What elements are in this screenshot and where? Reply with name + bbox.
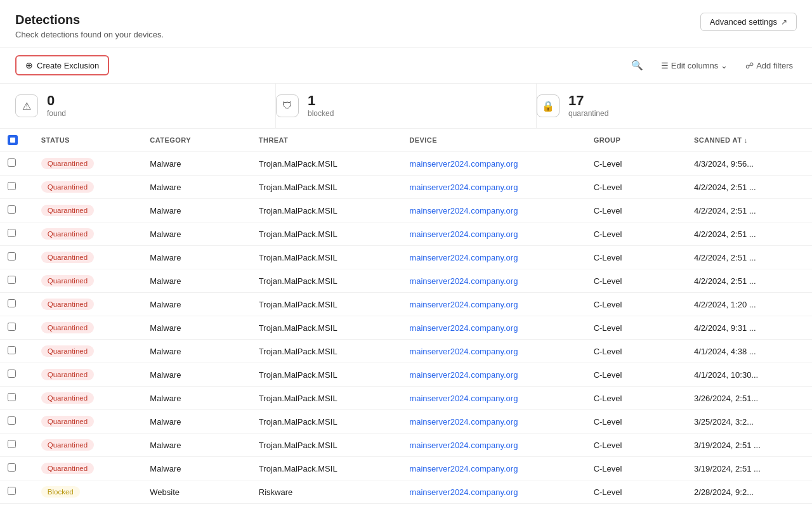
row-checkbox[interactable]	[8, 205, 16, 214]
row-checkbox[interactable]	[8, 323, 16, 331]
row-category-cell: Malware	[142, 222, 251, 246]
row-threat-cell: Trojan.MalPack.MSIL	[251, 363, 402, 387]
status-badge: Quarantined	[41, 369, 94, 380]
row-device-cell[interactable]: mainserver2024.company.org	[402, 340, 586, 363]
row-checkbox[interactable]	[8, 440, 16, 448]
advanced-settings-button[interactable]: Advanced settings ↗	[700, 13, 797, 31]
detections-table: STATUS CATEGORY THREAT DEVICE GROUP SCAN…	[0, 129, 812, 504]
device-link[interactable]: mainserver2024.company.org	[409, 300, 518, 309]
device-link[interactable]: mainserver2024.company.org	[409, 253, 518, 262]
col-category-header[interactable]: CATEGORY	[142, 129, 251, 152]
plus-circle-icon: ⊕	[25, 60, 33, 70]
row-device-cell[interactable]: mainserver2024.company.org	[402, 293, 586, 316]
col-threat-header[interactable]: THREAT	[251, 129, 402, 152]
row-scanned-at-cell: 4/2/2024, 2:51 ...	[686, 199, 812, 222]
table-row[interactable]: QuarantinedMalwareTrojan.MalPack.MSILmai…	[0, 363, 812, 387]
table-row[interactable]: QuarantinedMalwareTrojan.MalPack.MSILmai…	[0, 340, 812, 363]
device-link[interactable]: mainserver2024.company.org	[409, 229, 518, 239]
row-category-cell: Malware	[142, 152, 251, 176]
page-header: Detections Check detections found on you…	[0, 0, 812, 48]
status-badge: Quarantined	[41, 181, 94, 193]
row-device-cell[interactable]: mainserver2024.company.org	[402, 387, 586, 410]
device-link[interactable]: mainserver2024.company.org	[409, 370, 518, 380]
stat-blocked: 🛡 1 blocked	[276, 84, 537, 128]
table-row[interactable]: QuarantinedMalwareTrojan.MalPack.MSILmai…	[0, 457, 812, 480]
device-link[interactable]: mainserver2024.company.org	[409, 183, 518, 192]
row-checkbox[interactable]	[8, 229, 16, 237]
device-link[interactable]: mainserver2024.company.org	[409, 323, 518, 333]
row-checkbox[interactable]	[8, 299, 16, 307]
col-status-header[interactable]: STATUS	[34, 129, 143, 152]
row-checkbox[interactable]	[8, 276, 16, 284]
device-link[interactable]: mainserver2024.company.org	[409, 464, 518, 473]
row-group-cell: C-Level	[586, 457, 686, 480]
device-link[interactable]: mainserver2024.company.org	[409, 347, 518, 356]
row-checkbox-cell	[0, 387, 34, 410]
create-exclusion-button[interactable]: ⊕ Create Exclusion	[15, 55, 109, 75]
table-row[interactable]: QuarantinedMalwareTrojan.MalPack.MSILmai…	[0, 387, 812, 410]
status-badge: Quarantined	[41, 392, 94, 404]
device-link[interactable]: mainserver2024.company.org	[409, 487, 518, 497]
add-filters-button[interactable]: ☍ Add filters	[742, 58, 797, 73]
table-row[interactable]: BlockedWebsiteRiskwaremainserver2024.com…	[0, 480, 812, 504]
device-link[interactable]: mainserver2024.company.org	[409, 159, 518, 169]
row-device-cell[interactable]: mainserver2024.company.org	[402, 410, 586, 434]
row-device-cell[interactable]: mainserver2024.company.org	[402, 152, 586, 176]
row-checkbox[interactable]	[8, 370, 16, 378]
col-device-header[interactable]: DEVICE	[402, 129, 586, 152]
table-row[interactable]: QuarantinedMalwareTrojan.MalPack.MSILmai…	[0, 222, 812, 246]
row-checkbox[interactable]	[8, 158, 16, 167]
table-row[interactable]: QuarantinedMalwareTrojan.MalPack.MSILmai…	[0, 316, 812, 340]
table-row[interactable]: QuarantinedMalwareTrojan.MalPack.MSILmai…	[0, 199, 812, 222]
col-group-header[interactable]: GROUP	[586, 129, 686, 152]
row-checkbox[interactable]	[8, 346, 16, 354]
row-device-cell[interactable]: mainserver2024.company.org	[402, 457, 586, 480]
row-device-cell[interactable]: mainserver2024.company.org	[402, 316, 586, 340]
row-scanned-at-cell: 4/2/2024, 9:31 ...	[686, 316, 812, 340]
detections-table-container: STATUS CATEGORY THREAT DEVICE GROUP SCAN…	[0, 129, 812, 510]
search-icon: 🔍	[631, 60, 643, 71]
row-checkbox[interactable]	[8, 463, 16, 472]
device-link[interactable]: mainserver2024.company.org	[409, 417, 518, 427]
table-row[interactable]: QuarantinedMalwareTrojan.MalPack.MSILmai…	[0, 410, 812, 434]
row-checkbox[interactable]	[8, 416, 16, 425]
row-device-cell[interactable]: mainserver2024.company.org	[402, 480, 586, 504]
row-checkbox[interactable]	[8, 487, 16, 495]
row-threat-cell: Trojan.MalPack.MSIL	[251, 340, 402, 363]
columns-icon: ☰	[661, 61, 669, 70]
row-checkbox-cell	[0, 316, 34, 340]
table-row[interactable]: QuarantinedMalwareTrojan.MalPack.MSILmai…	[0, 176, 812, 199]
device-link[interactable]: mainserver2024.company.org	[409, 206, 518, 215]
row-checkbox[interactable]	[8, 393, 16, 401]
row-status-cell: Quarantined	[34, 293, 143, 316]
device-link[interactable]: mainserver2024.company.org	[409, 394, 518, 403]
row-checkbox[interactable]	[8, 182, 16, 190]
select-all-checkbox[interactable]	[8, 135, 18, 145]
table-row[interactable]: QuarantinedMalwareTrojan.MalPack.MSILmai…	[0, 269, 812, 293]
row-device-cell[interactable]: mainserver2024.company.org	[402, 199, 586, 222]
row-device-cell[interactable]: mainserver2024.company.org	[402, 176, 586, 199]
device-link[interactable]: mainserver2024.company.org	[409, 276, 518, 286]
device-link[interactable]: mainserver2024.company.org	[409, 441, 518, 450]
table-row[interactable]: QuarantinedMalwareTrojan.MalPack.MSILmai…	[0, 434, 812, 457]
stat-found-info: 0 found	[47, 94, 66, 118]
row-status-cell: Quarantined	[34, 152, 143, 176]
table-row[interactable]: QuarantinedMalwareTrojan.MalPack.MSILmai…	[0, 293, 812, 316]
search-button[interactable]: 🔍	[627, 57, 647, 74]
edit-columns-button[interactable]: ☰ Edit columns ⌄	[657, 58, 731, 73]
row-status-cell: Quarantined	[34, 340, 143, 363]
row-scanned-at-cell: 3/26/2024, 2:51...	[686, 387, 812, 410]
row-device-cell[interactable]: mainserver2024.company.org	[402, 222, 586, 246]
table-row[interactable]: QuarantinedMalwareTrojan.MalPack.MSILmai…	[0, 246, 812, 269]
row-device-cell[interactable]: mainserver2024.company.org	[402, 269, 586, 293]
row-status-cell: Quarantined	[34, 387, 143, 410]
row-group-cell: C-Level	[586, 480, 686, 504]
row-checkbox[interactable]	[8, 252, 16, 260]
row-checkbox-cell	[0, 340, 34, 363]
row-device-cell[interactable]: mainserver2024.company.org	[402, 434, 586, 457]
row-device-cell[interactable]: mainserver2024.company.org	[402, 363, 586, 387]
col-scanned-header[interactable]: SCANNED AT ↓	[686, 129, 812, 152]
row-threat-cell: Trojan.MalPack.MSIL	[251, 152, 402, 176]
table-row[interactable]: QuarantinedMalwareTrojan.MalPack.MSILmai…	[0, 152, 812, 176]
row-device-cell[interactable]: mainserver2024.company.org	[402, 246, 586, 269]
